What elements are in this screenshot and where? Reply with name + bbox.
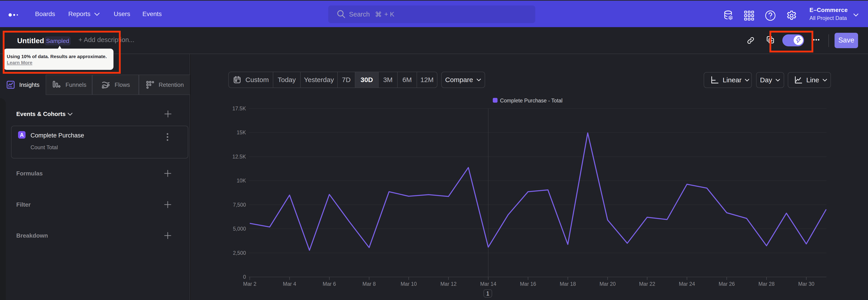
svg-text:Mar 18: Mar 18 [560, 281, 576, 287]
svg-text:Mar 22: Mar 22 [639, 281, 655, 287]
svg-text:Mar 16: Mar 16 [520, 281, 536, 287]
svg-text:Mar 30: Mar 30 [798, 281, 814, 287]
svg-text:15K: 15K [237, 129, 246, 136]
svg-text:Mar 6: Mar 6 [323, 281, 336, 287]
svg-text:Mar 4: Mar 4 [283, 281, 296, 287]
svg-text:12.5K: 12.5K [232, 154, 246, 160]
svg-text:10K: 10K [237, 178, 246, 184]
svg-text:Mar 8: Mar 8 [363, 281, 376, 287]
svg-text:Mar 14: Mar 14 [480, 281, 496, 287]
svg-text:Mar 28: Mar 28 [758, 281, 775, 287]
svg-text:5,000: 5,000 [233, 226, 246, 232]
svg-text:2,500: 2,500 [233, 250, 246, 256]
svg-text:Mar 10: Mar 10 [401, 281, 417, 287]
svg-text:7,500: 7,500 [233, 202, 246, 208]
svg-text:17.5K: 17.5K [232, 106, 246, 112]
svg-text:Mar 26: Mar 26 [719, 281, 735, 287]
svg-text:Mar 24: Mar 24 [679, 281, 695, 287]
svg-text:Mar 2: Mar 2 [243, 281, 256, 287]
svg-text:0: 0 [243, 274, 246, 280]
svg-text:Mar 20: Mar 20 [599, 281, 616, 287]
svg-text:Mar 12: Mar 12 [440, 281, 457, 287]
